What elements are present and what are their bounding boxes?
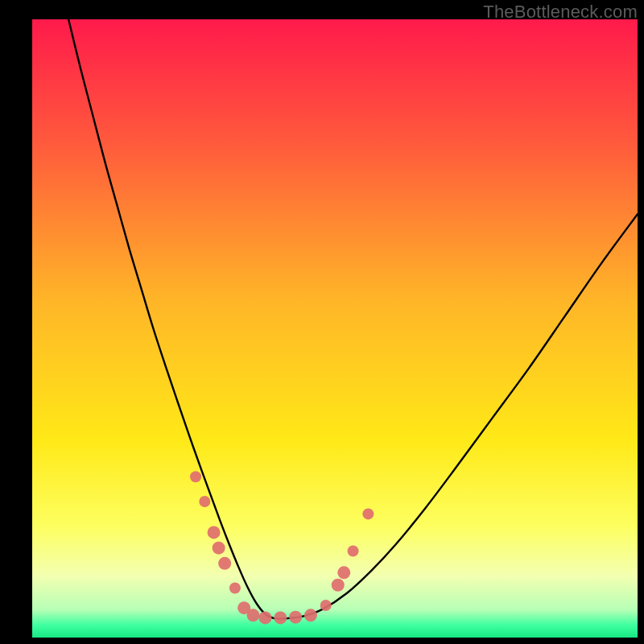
data-marker [213, 542, 225, 555]
data-marker [320, 600, 332, 611]
gradient-background [32, 19, 638, 638]
plot-area [32, 19, 638, 638]
data-marker [348, 545, 359, 556]
data-marker [332, 579, 345, 592]
chart-svg [32, 19, 638, 638]
data-marker [199, 496, 210, 507]
data-marker [190, 471, 201, 482]
data-marker [246, 609, 259, 621]
data-marker [229, 583, 241, 594]
data-marker [274, 611, 287, 624]
data-marker [208, 526, 221, 539]
data-marker [259, 611, 272, 624]
data-marker [337, 566, 350, 579]
data-marker [304, 609, 317, 621]
watermark-text: TheBottleneck.com [483, 2, 638, 23]
data-marker [218, 557, 231, 570]
data-marker [289, 611, 302, 624]
data-marker [362, 508, 374, 519]
chart-container: TheBottleneck.com [0, 0, 644, 644]
